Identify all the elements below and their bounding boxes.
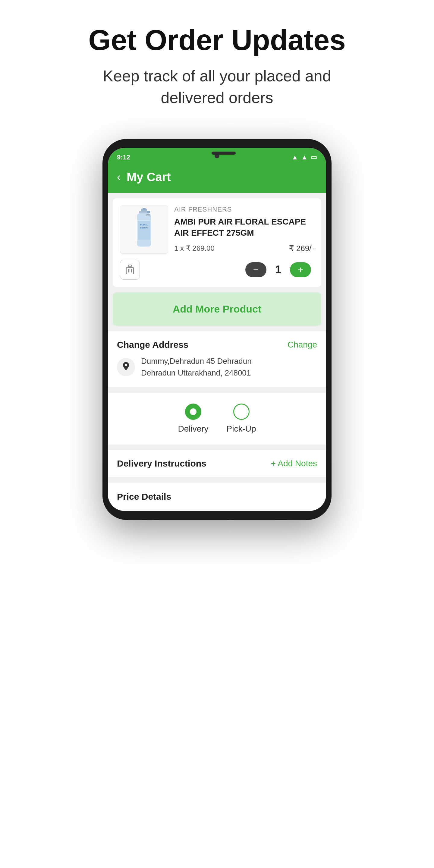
hero-subtitle: Keep track of all your placed and delive… [82, 65, 352, 109]
hero-section: Get Order Updates Keep track of all your… [0, 0, 434, 127]
address-section: Change Address Change Dummy,Dehradun 45 … [108, 331, 326, 387]
svg-marker-9 [147, 211, 150, 213]
pickup-label: Pick-Up [227, 424, 256, 434]
pickup-option[interactable]: Pick-Up [227, 404, 256, 434]
signal-icon: ▲ [301, 153, 308, 161]
phone-screen: 9:12 ▲ ▲ ▭ ‹ My Cart [108, 148, 326, 511]
svg-rect-7 [143, 208, 146, 210]
svg-text:275G: 275G [146, 214, 150, 216]
delivery-instructions-section: Delivery Instructions + Add Notes [108, 450, 326, 477]
add-more-label: Add More Product [173, 303, 261, 315]
page-title: My Cart [127, 170, 171, 184]
speaker-notch [212, 152, 236, 155]
product-name: AMBI PUR AIR FLORAL ESCAPE AIR EFFECT 27… [174, 216, 314, 239]
price-details-label: Price Details [117, 492, 171, 501]
product-details: AIR FRESHNERS AMBI PUR AIR FLORAL ESCAPE… [174, 206, 314, 253]
svg-text:FLORAL: FLORAL [141, 224, 148, 226]
delivery-instructions-header: Delivery Instructions + Add Notes [117, 458, 317, 469]
location-icon [117, 358, 135, 376]
wifi-icon: ▲ [291, 153, 298, 161]
delivery-radio-inner [190, 408, 196, 415]
battery-icon: ▭ [311, 153, 317, 161]
app-header: ‹ My Cart [108, 164, 326, 193]
product-card: FLORAL ESCAPE 275G [113, 198, 321, 287]
plus-button[interactable]: + [290, 262, 311, 277]
delivery-option[interactable]: Delivery [178, 404, 208, 434]
map-pin-icon [122, 362, 130, 372]
address-text: Dummy,Dehradun 45 Dehradun Dehradun Utta… [141, 355, 252, 379]
address-header-label: Change Address [117, 340, 188, 350]
status-icons: ▲ ▲ ▭ [291, 153, 317, 161]
product-qty-price: 1 x ₹ 269.00 [174, 244, 215, 253]
hero-title: Get Order Updates [12, 24, 422, 56]
change-address-header: Change Address Change [117, 340, 317, 350]
product-info-row: FLORAL ESCAPE 275G [120, 206, 314, 254]
add-more-section[interactable]: Add More Product [113, 292, 321, 326]
svg-rect-3 [138, 221, 150, 241]
quantity-display: 1 [274, 264, 283, 276]
delete-button[interactable] [120, 260, 140, 280]
back-button[interactable]: ‹ [117, 171, 121, 184]
delivery-options-card: Delivery Pick-Up [108, 393, 326, 444]
product-price-row: 1 x ₹ 269.00 ₹ 269/- [174, 244, 314, 253]
address-line1: Dummy,Dehradun 45 Dehradun [141, 356, 252, 366]
minus-button[interactable]: − [245, 262, 267, 277]
svg-point-16 [125, 364, 127, 366]
quantity-controls: − 1 + [120, 260, 314, 280]
svg-rect-11 [128, 265, 131, 267]
pickup-radio[interactable] [233, 404, 250, 420]
status-time: 9:12 [117, 153, 130, 161]
product-total: ₹ 269/- [289, 244, 314, 253]
content-area: FLORAL ESCAPE 275G [108, 198, 326, 511]
add-notes-button[interactable]: + Add Notes [271, 459, 317, 468]
delivery-instructions-label: Delivery Instructions [117, 458, 207, 469]
product-image-svg: FLORAL ESCAPE 275G [130, 208, 158, 252]
address-row: Dummy,Dehradun 45 Dehradun Dehradun Utta… [117, 355, 317, 379]
phone-wrapper: 9:12 ▲ ▲ ▭ ‹ My Cart [102, 139, 332, 520]
trash-icon [125, 265, 134, 275]
product-category: AIR FRESHNERS [174, 206, 314, 213]
delivery-radio[interactable] [185, 404, 201, 420]
delivery-label: Delivery [178, 424, 208, 434]
svg-text:ESCAPE: ESCAPE [141, 227, 148, 229]
price-details-section: Price Details [108, 483, 326, 511]
address-line2: Dehradun Uttarakhand, 248001 [141, 368, 251, 377]
change-address-button[interactable]: Change [287, 340, 317, 350]
product-image: FLORAL ESCAPE 275G [120, 206, 168, 254]
phone-outer: 9:12 ▲ ▲ ▭ ‹ My Cart [102, 139, 332, 520]
